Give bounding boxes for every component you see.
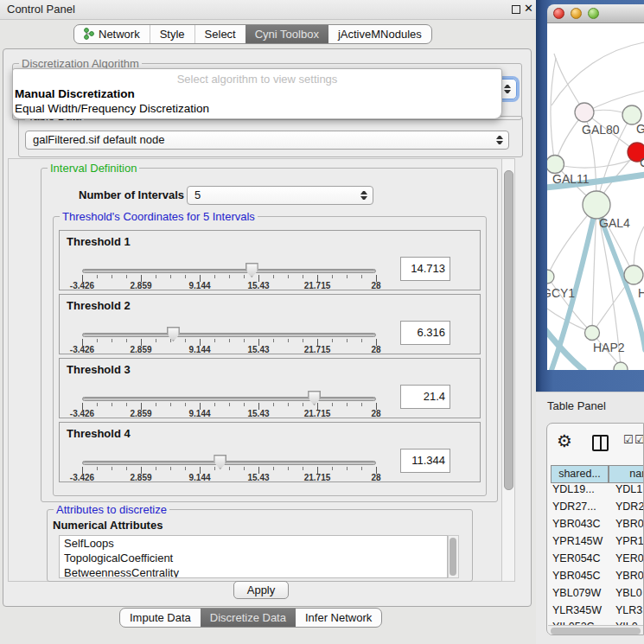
algorithm-option-manual[interactable]: Manual Discretization xyxy=(15,87,135,100)
tab-cyni-toolbox[interactable]: Cyni Toolbox xyxy=(245,25,328,43)
threshold-1-slider[interactable]: -3.426 2.859 9.144 15.43 21.715 28 xyxy=(82,269,376,273)
node-h[interactable] xyxy=(624,265,643,284)
table-row[interactable]: YDR27...YDR2 xyxy=(547,501,643,518)
tick-label: 9.144 xyxy=(188,473,210,482)
table-row[interactable]: YPR145WYPR1 xyxy=(547,535,643,552)
attributes-list-scrollbar[interactable] xyxy=(448,535,459,578)
gear-icon[interactable]: ⚙ xyxy=(557,430,572,451)
table-row[interactable]: YBR045CYBR0 xyxy=(547,570,643,587)
algorithm-dropdown-popup: Select algorithm to view settings Manual… xyxy=(12,68,502,119)
apply-button[interactable]: Apply xyxy=(233,581,289,599)
node-label-gal4: GAL4 xyxy=(599,216,630,230)
tick-label: 21.715 xyxy=(304,345,331,354)
checkbox-icon[interactable]: ☑ xyxy=(623,433,634,446)
table-panel: Table Panel ⚙ ☑ ☑ shared... name YDL19..… xyxy=(536,392,644,644)
network-icon xyxy=(84,28,94,42)
slider-ticks xyxy=(82,275,377,283)
scrollbar-thumb[interactable] xyxy=(504,170,513,490)
combo-arrows-icon xyxy=(504,82,511,96)
slider-track xyxy=(82,397,376,401)
num-intervals-combobox[interactable]: 5 xyxy=(187,186,373,205)
tab-select[interactable]: Select xyxy=(194,25,245,43)
top-tab-bar: Network Style Select Cyni Toolbox jActiv… xyxy=(73,24,432,44)
settings-vertical-scrollbar[interactable] xyxy=(501,158,515,582)
node-bottom-partial[interactable] xyxy=(614,362,628,370)
node-gcy1[interactable] xyxy=(547,270,554,284)
threshold-3-value-field[interactable]: 21.4 xyxy=(400,385,450,409)
tab-impute-data[interactable]: Impute Data xyxy=(120,609,201,627)
tick-label: 2.859 xyxy=(130,281,151,290)
slider-ticks xyxy=(82,339,377,347)
zoom-window-icon[interactable] xyxy=(588,8,599,19)
threshold-4-value-field[interactable]: 11.344 xyxy=(400,449,450,473)
threshold-1-value-field[interactable]: 14.713 xyxy=(400,257,450,281)
node-label-gal80: GAL80 xyxy=(582,123,620,137)
attributes-group-title: Attributes to discretize xyxy=(54,503,169,516)
node-gal11[interactable] xyxy=(547,156,564,174)
threshold-2-label: Threshold 2 xyxy=(67,299,131,312)
tick-label: 15.43 xyxy=(247,409,269,418)
tab-jactivemnodules[interactable]: jActiveMNodules xyxy=(328,25,431,43)
threshold-2-value-field[interactable]: 6.316 xyxy=(400,321,450,345)
columns-icon[interactable] xyxy=(592,435,609,451)
node-gal4[interactable] xyxy=(583,191,610,219)
threshold-2-slider[interactable]: -3.426 2.859 9.144 15.43 21.715 28 xyxy=(82,333,376,337)
table-panel-title: Table Panel xyxy=(547,399,606,412)
node-gal80[interactable] xyxy=(575,103,594,122)
network-canvas[interactable]: GAL80 GA C GAL11 GAL4 GCY1 H HAP2 xyxy=(547,23,644,370)
interval-definition-group: Interval Definition Number of Intervals … xyxy=(41,168,498,502)
bottom-tab-bar: Impute Data Discretize Data Infer Networ… xyxy=(119,608,382,628)
control-panel-title: Control Panel xyxy=(7,3,75,16)
list-item[interactable]: BetweennessCentrality xyxy=(60,565,447,578)
node-hap2[interactable] xyxy=(585,326,600,341)
network-graph: GAL80 GA C GAL11 GAL4 GCY1 H HAP2 xyxy=(547,23,644,370)
algorithm-popup-hint: Select algorithm to view settings xyxy=(13,73,501,86)
thresholds-group-title: Threshold's Coordinates for 5 Intervals xyxy=(60,210,258,223)
table-row[interactable]: YLR345WYLR3 xyxy=(547,604,643,622)
slider-track xyxy=(82,269,376,273)
node-label-hap2: HAP2 xyxy=(593,341,625,354)
tab-infer-network[interactable]: Infer Network xyxy=(296,609,381,627)
close-window-icon[interactable] xyxy=(553,8,564,19)
float-window-icon[interactable] xyxy=(512,5,520,14)
slider-track xyxy=(82,333,376,337)
threshold-3-panel: Threshold 3 -3.426 2.859 9.144 15.43 21.… xyxy=(59,358,481,418)
attributes-group: Attributes to discretize Numerical Attri… xyxy=(47,509,473,582)
table-row[interactable]: YBR043CYBR0 xyxy=(547,518,643,535)
tick-label: 28 xyxy=(371,345,380,354)
table-row[interactable]: YER054CYER0 xyxy=(547,552,643,570)
checkbox-icon[interactable]: ☑ xyxy=(634,433,644,446)
table-horizontal-scrollbar[interactable] xyxy=(548,625,643,635)
settings-scroll-viewport: Interval Definition Number of Intervals … xyxy=(8,158,502,582)
column-header-shared-name[interactable]: shared... xyxy=(551,465,609,483)
tick-label: -3.426 xyxy=(70,281,94,290)
tab-discretize-data[interactable]: Discretize Data xyxy=(201,609,296,627)
node-label-h: H xyxy=(638,286,644,300)
minimize-window-icon[interactable] xyxy=(571,8,582,19)
combo-arrows-icon xyxy=(496,133,503,147)
close-panel-icon[interactable]: ✕ xyxy=(524,2,533,15)
node-label-c: C xyxy=(640,156,644,169)
node-label-gcy1: GCY1 xyxy=(547,286,575,300)
table-data-combobox[interactable]: galFiltered.sif default node xyxy=(25,131,509,150)
list-item[interactable]: SelfLoops xyxy=(60,536,447,551)
control-panel-titlebar: Control Panel ✕ xyxy=(0,0,536,20)
tick-label: 28 xyxy=(371,473,380,482)
tab-style[interactable]: Style xyxy=(150,25,194,43)
tick-label: -3.426 xyxy=(70,409,94,418)
table-row[interactable]: YDL19...YDL1 xyxy=(547,483,643,501)
tick-label: 21.715 xyxy=(304,281,331,290)
tab-network[interactable]: Network xyxy=(74,25,150,43)
algorithm-option-equal-width[interactable]: Equal Width/Frequency Discretization xyxy=(15,102,209,115)
threshold-3-slider[interactable]: -3.426 2.859 9.144 15.43 21.715 28 xyxy=(82,397,376,401)
numerical-attributes-list: SelfLoops TopologicalCoefficient Between… xyxy=(59,535,448,578)
list-item[interactable]: TopologicalCoefficient xyxy=(60,551,447,565)
threshold-4-slider[interactable]: -3.426 2.859 9.144 15.43 21.715 28 xyxy=(82,461,376,465)
scrollbar-thumb[interactable] xyxy=(551,628,641,634)
tick-label: 2.859 xyxy=(130,345,151,354)
column-header-name[interactable]: name xyxy=(609,465,644,483)
threshold-4-label: Threshold 4 xyxy=(67,427,131,440)
slider-track xyxy=(82,461,376,465)
table-row[interactable]: YBL079WYBL0 xyxy=(547,587,643,604)
table-data-selected: galFiltered.sif default node xyxy=(33,133,164,146)
